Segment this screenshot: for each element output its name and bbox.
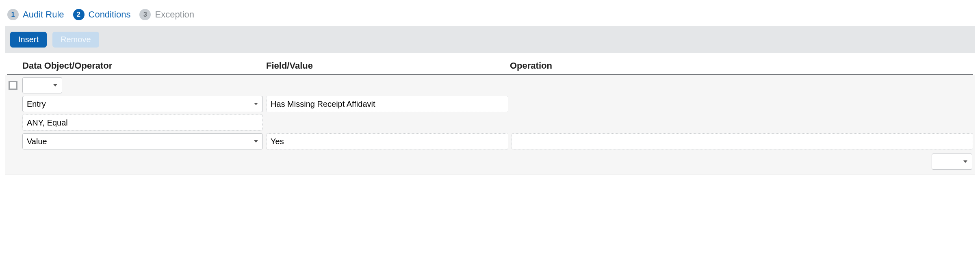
step-number-badge: 3	[139, 9, 151, 20]
wizard-step-exception[interactable]: 3 Exception	[139, 9, 194, 20]
wizard-step-conditions[interactable]: 2 Conditions	[73, 9, 131, 20]
operation-input[interactable]	[512, 133, 973, 149]
group-header-row	[5, 75, 975, 93]
column-header-field-value: Field/Value	[266, 61, 510, 71]
footer-select[interactable]	[932, 154, 972, 170]
footer-row	[5, 149, 975, 170]
operator-input[interactable]	[22, 115, 263, 131]
field-input[interactable]	[266, 96, 508, 112]
condition-group: Entry Value	[5, 75, 975, 175]
step-number-badge: 2	[73, 9, 85, 20]
table-header: Data Object/Operator Field/Value Operati…	[7, 53, 973, 75]
remove-button: Remove	[52, 32, 99, 48]
condition-row-3: Value	[5, 131, 975, 149]
value-input[interactable]	[266, 133, 508, 149]
insert-button[interactable]: Insert	[10, 32, 47, 48]
toolbar: Insert Remove	[5, 26, 975, 53]
column-header-operation: Operation	[510, 61, 973, 71]
wizard-step-audit-rule[interactable]: 1 Audit Rule	[7, 9, 64, 20]
condition-row-2	[5, 112, 975, 131]
condition-row-1: Entry	[5, 93, 975, 112]
row-checkbox[interactable]	[9, 81, 17, 90]
value-type-select[interactable]: Value	[22, 133, 263, 149]
step-label: Exception	[155, 9, 194, 20]
data-object-select[interactable]: Entry	[22, 96, 263, 112]
step-number-badge: 1	[7, 9, 19, 20]
conditions-panel: Insert Remove Data Object/Operator Field…	[5, 26, 975, 175]
column-header-data-object: Data Object/Operator	[22, 61, 266, 71]
step-label: Audit Rule	[23, 9, 64, 20]
step-label: Conditions	[89, 9, 131, 20]
group-logic-select[interactable]	[22, 77, 62, 93]
wizard-steps: 1 Audit Rule 2 Conditions 3 Exception	[0, 0, 980, 26]
